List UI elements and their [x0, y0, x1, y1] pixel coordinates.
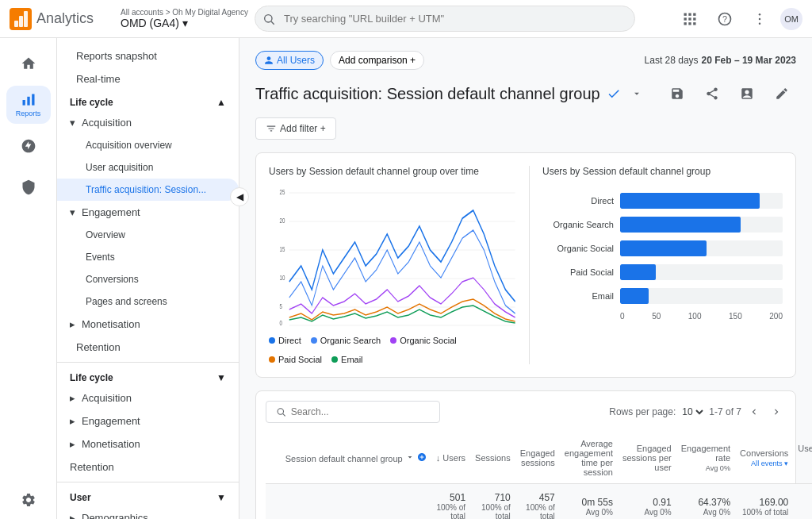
col-conversion-rate[interactable]: User conversionrateAll events ▾	[793, 432, 812, 484]
date-range-value: 20 Feb – 19 Mar 2023	[702, 55, 796, 66]
svg-rect-13	[688, 22, 691, 25]
icon-rail: Reports	[0, 38, 57, 519]
legend-email[interactable]: Email	[331, 355, 363, 364]
col-users[interactable]: ↓ Users	[431, 432, 470, 484]
col-engagement-rate[interactable]: EngagementrateAvg 0%	[676, 432, 735, 484]
analytics-logo-icon	[10, 8, 32, 30]
legend-label: Direct	[278, 336, 301, 345]
add-filter-button[interactable]: Add filter +	[255, 117, 336, 140]
sidebar-label: Acquisition overview	[86, 140, 172, 151]
help-button[interactable]: ?	[710, 5, 739, 33]
sidebar-item-overview[interactable]: Overview	[57, 224, 239, 246]
rail-advertising[interactable]	[6, 168, 51, 206]
sidebar-item-realtime[interactable]: Real-time	[57, 67, 239, 90]
sidebar-item-conversions[interactable]: Conversions	[57, 268, 239, 290]
legend-organic-search[interactable]: Organic Search	[311, 336, 381, 345]
avatar[interactable]: OM	[780, 8, 802, 30]
table-search-input[interactable]	[291, 406, 430, 417]
legend-dot	[269, 337, 275, 344]
legend-paid-social[interactable]: Paid Social	[269, 355, 322, 364]
sidebar-item-reports-snapshot[interactable]: Reports snapshot	[57, 44, 239, 67]
bar-track	[620, 264, 783, 280]
sidebar-section-user[interactable]: User ▼	[57, 486, 239, 506]
bar-label: Email	[542, 291, 614, 301]
add-col-icon[interactable]	[417, 452, 427, 462]
rail-reports[interactable]: Reports	[6, 86, 51, 124]
sidebar-item-acquisition-overview[interactable]: Acquisition overview	[57, 134, 239, 156]
svg-text:20: 20	[280, 217, 285, 225]
share-button[interactable]	[698, 79, 726, 108]
legend-direct[interactable]: Direct	[269, 336, 301, 345]
sidebar-item-retention2[interactable]: Retention	[57, 456, 239, 479]
sidebar-group-demographics[interactable]: ▸ Demographics	[57, 506, 239, 519]
top-bar-actions: ? OM	[676, 5, 802, 33]
line-chart-container: Users by Session default channel group o…	[269, 166, 516, 364]
insights-button[interactable]	[733, 79, 761, 108]
add-comparison-button[interactable]: Add comparison +	[330, 51, 424, 70]
sidebar-label: Demographics	[82, 512, 148, 519]
col-sessions[interactable]: Sessions	[470, 432, 515, 484]
rail-home[interactable]	[6, 44, 51, 83]
svg-rect-22	[32, 94, 34, 106]
legend-label: Email	[341, 355, 363, 364]
rows-per-page-select[interactable]: 102550	[679, 406, 706, 418]
legend-organic-social[interactable]: Organic Social	[390, 336, 457, 345]
col-engaged-per-user[interactable]: Engagedsessions peruser	[618, 432, 676, 484]
sidebar-section-lifecycle2[interactable]: Life cycle ▼	[57, 366, 239, 386]
chevron-up-icon: ▲	[216, 97, 226, 108]
legend-dot	[390, 337, 396, 344]
sidebar-item-traffic-acquisition[interactable]: Traffic acquisition: Session...	[57, 179, 239, 201]
sidebar-label: Engagement	[82, 206, 140, 218]
svg-line-5	[271, 21, 274, 25]
search-input[interactable]	[255, 6, 635, 32]
sidebar-group-monetisation2[interactable]: ▸ Monetisation	[57, 432, 239, 456]
col-conversions[interactable]: ConversionsAll events ▾	[735, 432, 793, 484]
apps-button[interactable]	[676, 5, 704, 33]
more-button[interactable]	[745, 5, 774, 33]
line-chart: 25 20 15 10 5 0	[269, 186, 516, 329]
table-header-row: Session default channel group ↓ Users Se…	[266, 432, 812, 484]
sidebar-collapse-button[interactable]: ◀	[230, 187, 249, 206]
chart-legend: Direct Organic Search Organic Social	[269, 336, 516, 364]
legend-dot	[331, 356, 338, 363]
sidebar-item-user-acquisition[interactable]: User acquisition	[57, 156, 239, 179]
sidebar-section-lifecycle[interactable]: Life cycle ▲	[57, 90, 239, 111]
title-dropdown-button[interactable]	[627, 84, 646, 103]
sidebar-item-retention[interactable]: Retention	[57, 336, 239, 359]
search-icon	[262, 13, 275, 25]
sidebar-group-acquisition[interactable]: ▾ Acquisition	[57, 111, 239, 134]
sidebar-group-engagement[interactable]: ▾ Engagement	[57, 201, 239, 224]
col-avg-engagement[interactable]: Averageengagementtime persession	[560, 432, 618, 484]
table-summary-row: 501 100% of total 710 100% of total 457 …	[266, 484, 812, 520]
svg-text:15: 15	[280, 245, 285, 254]
legend-dot	[311, 337, 317, 344]
sidebar-group-engagement2[interactable]: ▸ Engagement	[57, 409, 239, 432]
sidebar-group-monetisation[interactable]: ▸ Monetisation	[57, 313, 239, 336]
sidebar-item-events[interactable]: Events	[57, 246, 239, 268]
user-chip-icon	[264, 56, 274, 65]
sidebar-section-label: User	[70, 492, 91, 503]
sidebar-label: Pages and screens	[86, 296, 167, 307]
sidebar-item-pages-screens[interactable]: Pages and screens	[57, 290, 239, 313]
prev-page-button[interactable]	[745, 402, 764, 421]
bar-row-direct: Direct	[542, 193, 783, 209]
cell-channel	[281, 484, 431, 520]
edit-button[interactable]	[768, 79, 796, 108]
logo-area: Analytics	[10, 8, 105, 30]
account-info[interactable]: All accounts > Oh My Digital Agency OMD …	[121, 8, 248, 29]
all-users-chip[interactable]: All Users	[255, 51, 324, 70]
rail-explore[interactable]	[6, 127, 51, 165]
chevron-down-icon: ▼	[216, 372, 226, 383]
date-range-area[interactable]: Last 28 days 20 Feb – 19 Mar 2023	[645, 55, 796, 66]
sidebar-group-acquisition2[interactable]: ▸ Acquisition	[57, 386, 239, 409]
col-engaged-sessions[interactable]: Engagedsessions	[515, 432, 560, 484]
line-chart-title: Users by Session default channel group o…	[269, 166, 516, 177]
top-bar: Analytics All accounts > Oh My Digital A…	[0, 0, 812, 38]
next-page-button[interactable]	[767, 402, 786, 421]
rail-configure[interactable]	[6, 481, 51, 519]
svg-rect-7	[688, 13, 691, 15]
col-channel[interactable]: Session default channel group	[281, 432, 431, 484]
bar-row-organic-search: Organic Search	[542, 217, 783, 233]
save-button[interactable]	[663, 79, 691, 108]
main-content: All Users Add comparison + Last 28 days …	[239, 38, 812, 519]
